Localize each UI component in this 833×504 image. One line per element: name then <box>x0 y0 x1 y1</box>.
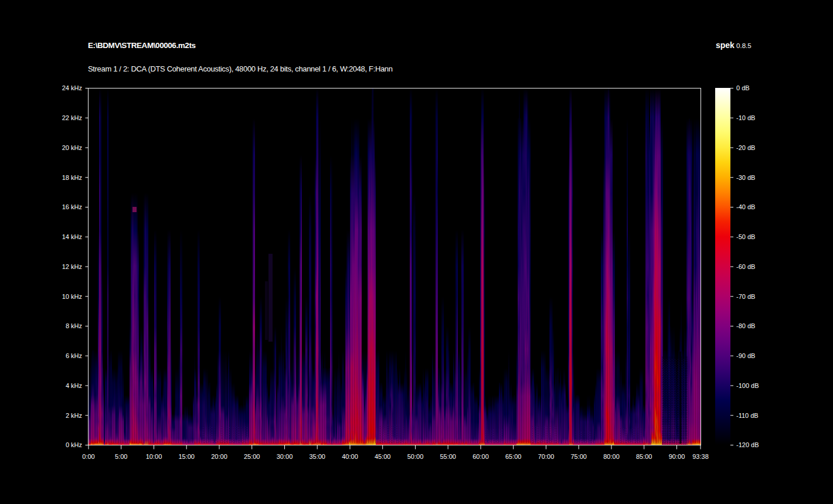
svg-text:-120 dB: -120 dB <box>736 441 759 448</box>
svg-text:24 kHz: 24 kHz <box>62 84 82 91</box>
svg-text:35:00: 35:00 <box>309 453 325 460</box>
svg-text:14 kHz: 14 kHz <box>62 233 82 240</box>
svg-text:0:00: 0:00 <box>82 453 94 460</box>
svg-text:E:\BDMV\STREAM\00006.m2ts: E:\BDMV\STREAM\00006.m2ts <box>88 41 196 50</box>
svg-text:93:38: 93:38 <box>692 453 709 460</box>
svg-text:-10 dB: -10 dB <box>736 114 755 121</box>
svg-text:85:00: 85:00 <box>636 453 652 460</box>
svg-text:65:00: 65:00 <box>505 453 522 460</box>
svg-text:18 kHz: 18 kHz <box>62 174 82 181</box>
svg-text:-20 dB: -20 dB <box>736 144 755 151</box>
svg-text:20:00: 20:00 <box>211 453 227 460</box>
svg-text:spek 0.8.5: spek 0.8.5 <box>716 40 752 50</box>
svg-text:12 kHz: 12 kHz <box>62 263 82 270</box>
svg-text:55:00: 55:00 <box>440 453 456 460</box>
svg-text:-110 dB: -110 dB <box>736 412 759 419</box>
svg-text:80:00: 80:00 <box>603 453 620 460</box>
svg-text:0 dB: 0 dB <box>736 84 750 91</box>
svg-text:22 kHz: 22 kHz <box>62 114 82 121</box>
svg-text:20 kHz: 20 kHz <box>62 144 82 151</box>
svg-text:-100 dB: -100 dB <box>736 382 759 389</box>
svg-text:0 kHz: 0 kHz <box>66 441 82 448</box>
svg-text:10:00: 10:00 <box>146 453 162 460</box>
svg-text:4 kHz: 4 kHz <box>66 382 82 389</box>
svg-text:16 kHz: 16 kHz <box>62 203 82 210</box>
svg-text:10 kHz: 10 kHz <box>62 293 82 300</box>
svg-text:70:00: 70:00 <box>538 453 555 460</box>
svg-text:50:00: 50:00 <box>407 453 424 460</box>
svg-text:15:00: 15:00 <box>178 453 195 460</box>
svg-text:60:00: 60:00 <box>472 453 489 460</box>
svg-text:-60 dB: -60 dB <box>736 263 755 270</box>
svg-text:-50 dB: -50 dB <box>736 233 755 240</box>
svg-text:-80 dB: -80 dB <box>736 322 755 329</box>
svg-text:6 kHz: 6 kHz <box>66 352 82 359</box>
svg-text:45:00: 45:00 <box>375 453 391 460</box>
svg-text:-70 dB: -70 dB <box>736 293 755 300</box>
svg-text:8 kHz: 8 kHz <box>66 322 82 329</box>
svg-text:90:00: 90:00 <box>669 453 685 460</box>
svg-text:-90 dB: -90 dB <box>736 352 755 359</box>
svg-text:40:00: 40:00 <box>342 453 358 460</box>
svg-text:30:00: 30:00 <box>277 453 293 460</box>
svg-text:25:00: 25:00 <box>244 453 260 460</box>
svg-text:2 kHz: 2 kHz <box>66 412 82 419</box>
svg-text:75:00: 75:00 <box>570 453 587 460</box>
svg-text:-40 dB: -40 dB <box>736 203 755 210</box>
svg-text:-30 dB: -30 dB <box>736 174 755 181</box>
svg-text:Stream 1 / 2: DCA (DTS Coheren: Stream 1 / 2: DCA (DTS Coherent Acoustic… <box>88 64 393 73</box>
svg-text:5:00: 5:00 <box>115 453 127 460</box>
